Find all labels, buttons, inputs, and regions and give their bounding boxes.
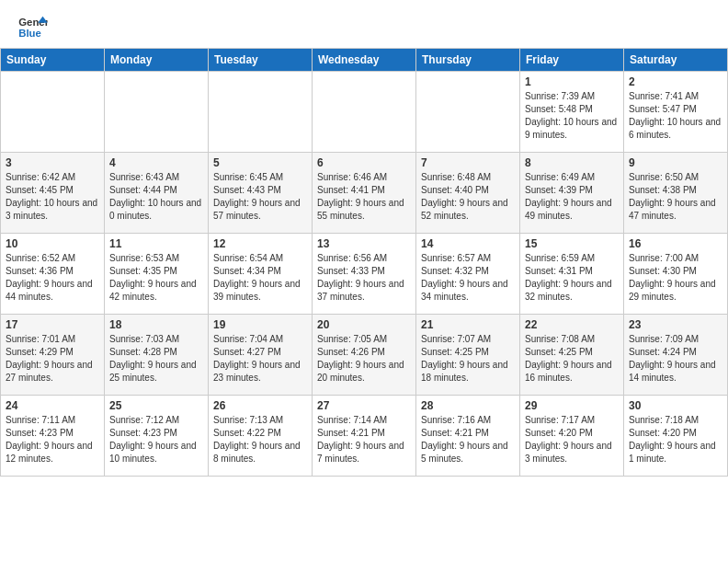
calendar-cell: 26Sunrise: 7:13 AM Sunset: 4:22 PM Dayli…	[209, 396, 313, 477]
day-info: Sunrise: 7:03 AM Sunset: 4:28 PM Dayligh…	[109, 333, 203, 385]
week-row-5: 24Sunrise: 7:11 AM Sunset: 4:23 PM Dayli…	[1, 396, 728, 477]
day-info: Sunrise: 6:48 AM Sunset: 4:40 PM Dayligh…	[421, 171, 515, 223]
page-header: General Blue	[0, 0, 728, 48]
calendar-cell: 19Sunrise: 7:04 AM Sunset: 4:27 PM Dayli…	[209, 315, 313, 396]
calendar-cell: 14Sunrise: 6:57 AM Sunset: 4:32 PM Dayli…	[416, 234, 520, 315]
day-number: 20	[317, 318, 411, 331]
day-info: Sunrise: 7:08 AM Sunset: 4:25 PM Dayligh…	[525, 333, 619, 385]
day-number: 6	[317, 156, 411, 169]
day-info: Sunrise: 7:12 AM Sunset: 4:23 PM Dayligh…	[109, 414, 203, 465]
weekday-header-monday: Monday	[105, 49, 209, 72]
calendar-cell	[416, 72, 520, 153]
weekday-header-thursday: Thursday	[416, 49, 520, 72]
calendar-cell: 3Sunrise: 6:42 AM Sunset: 4:45 PM Daylig…	[1, 153, 105, 234]
day-number: 16	[629, 237, 722, 250]
weekday-header-row: SundayMondayTuesdayWednesdayThursdayFrid…	[1, 49, 728, 72]
day-info: Sunrise: 7:18 AM Sunset: 4:20 PM Dayligh…	[629, 414, 722, 465]
calendar-cell: 17Sunrise: 7:01 AM Sunset: 4:29 PM Dayli…	[1, 315, 105, 396]
weekday-header-saturday: Saturday	[624, 49, 728, 72]
calendar-cell: 8Sunrise: 6:49 AM Sunset: 4:39 PM Daylig…	[520, 153, 624, 234]
day-number: 2	[629, 75, 722, 88]
weekday-header-friday: Friday	[520, 49, 624, 72]
calendar-cell	[105, 72, 209, 153]
calendar-cell: 10Sunrise: 6:52 AM Sunset: 4:36 PM Dayli…	[1, 234, 105, 315]
day-number: 29	[525, 399, 619, 412]
day-info: Sunrise: 6:57 AM Sunset: 4:32 PM Dayligh…	[421, 252, 515, 304]
calendar-cell: 11Sunrise: 6:53 AM Sunset: 4:35 PM Dayli…	[105, 234, 209, 315]
calendar-cell	[209, 72, 313, 153]
day-number: 19	[213, 318, 307, 331]
day-info: Sunrise: 7:17 AM Sunset: 4:20 PM Dayligh…	[525, 414, 619, 465]
day-info: Sunrise: 6:54 AM Sunset: 4:34 PM Dayligh…	[213, 252, 307, 304]
weekday-header-wednesday: Wednesday	[313, 49, 416, 72]
calendar-cell: 12Sunrise: 6:54 AM Sunset: 4:34 PM Dayli…	[209, 234, 313, 315]
day-info: Sunrise: 6:49 AM Sunset: 4:39 PM Dayligh…	[525, 171, 619, 223]
week-row-2: 3Sunrise: 6:42 AM Sunset: 4:45 PM Daylig…	[1, 153, 728, 234]
day-info: Sunrise: 6:45 AM Sunset: 4:43 PM Dayligh…	[213, 171, 307, 223]
day-info: Sunrise: 7:16 AM Sunset: 4:21 PM Dayligh…	[421, 414, 515, 465]
day-number: 30	[629, 399, 722, 412]
calendar-cell: 16Sunrise: 7:00 AM Sunset: 4:30 PM Dayli…	[624, 234, 728, 315]
day-info: Sunrise: 6:50 AM Sunset: 4:38 PM Dayligh…	[629, 171, 722, 223]
day-info: Sunrise: 7:01 AM Sunset: 4:29 PM Dayligh…	[6, 333, 99, 385]
day-number: 28	[421, 399, 515, 412]
day-number: 22	[525, 318, 619, 331]
day-info: Sunrise: 7:14 AM Sunset: 4:21 PM Dayligh…	[317, 414, 411, 465]
day-number: 17	[6, 318, 99, 331]
day-info: Sunrise: 6:43 AM Sunset: 4:44 PM Dayligh…	[109, 171, 203, 223]
day-number: 3	[6, 156, 99, 169]
day-number: 25	[109, 399, 203, 412]
day-number: 11	[109, 237, 203, 250]
calendar-cell: 2Sunrise: 7:41 AM Sunset: 5:47 PM Daylig…	[624, 72, 728, 153]
calendar-cell: 28Sunrise: 7:16 AM Sunset: 4:21 PM Dayli…	[416, 396, 520, 477]
day-number: 14	[421, 237, 515, 250]
day-number: 8	[525, 156, 619, 169]
calendar-cell: 24Sunrise: 7:11 AM Sunset: 4:23 PM Dayli…	[1, 396, 105, 477]
calendar-cell: 18Sunrise: 7:03 AM Sunset: 4:28 PM Dayli…	[105, 315, 209, 396]
day-info: Sunrise: 7:39 AM Sunset: 5:48 PM Dayligh…	[525, 90, 619, 142]
svg-text:Blue: Blue	[18, 28, 41, 39]
calendar-cell: 4Sunrise: 6:43 AM Sunset: 4:44 PM Daylig…	[105, 153, 209, 234]
day-number: 21	[421, 318, 515, 331]
logo-icon: General Blue	[18, 15, 48, 40]
calendar-cell: 30Sunrise: 7:18 AM Sunset: 4:20 PM Dayli…	[624, 396, 728, 477]
day-info: Sunrise: 7:41 AM Sunset: 5:47 PM Dayligh…	[629, 90, 722, 142]
day-number: 18	[109, 318, 203, 331]
day-info: Sunrise: 6:59 AM Sunset: 4:31 PM Dayligh…	[525, 252, 619, 304]
day-info: Sunrise: 6:46 AM Sunset: 4:41 PM Dayligh…	[317, 171, 411, 223]
day-info: Sunrise: 7:04 AM Sunset: 4:27 PM Dayligh…	[213, 333, 307, 385]
day-number: 26	[213, 399, 307, 412]
logo: General Blue	[18, 15, 48, 40]
day-number: 13	[317, 237, 411, 250]
day-number: 1	[525, 75, 619, 88]
day-number: 9	[629, 156, 722, 169]
calendar-cell: 9Sunrise: 6:50 AM Sunset: 4:38 PM Daylig…	[624, 153, 728, 234]
day-info: Sunrise: 6:56 AM Sunset: 4:33 PM Dayligh…	[317, 252, 411, 304]
day-info: Sunrise: 7:13 AM Sunset: 4:22 PM Dayligh…	[213, 414, 307, 465]
day-info: Sunrise: 6:52 AM Sunset: 4:36 PM Dayligh…	[6, 252, 99, 304]
calendar-cell: 20Sunrise: 7:05 AM Sunset: 4:26 PM Dayli…	[313, 315, 416, 396]
day-info: Sunrise: 7:00 AM Sunset: 4:30 PM Dayligh…	[629, 252, 722, 304]
calendar-cell: 1Sunrise: 7:39 AM Sunset: 5:48 PM Daylig…	[520, 72, 624, 153]
calendar-cell: 7Sunrise: 6:48 AM Sunset: 4:40 PM Daylig…	[416, 153, 520, 234]
day-number: 23	[629, 318, 722, 331]
calendar-cell: 6Sunrise: 6:46 AM Sunset: 4:41 PM Daylig…	[313, 153, 416, 234]
calendar-cell: 29Sunrise: 7:17 AM Sunset: 4:20 PM Dayli…	[520, 396, 624, 477]
calendar-table: SundayMondayTuesdayWednesdayThursdayFrid…	[0, 48, 728, 477]
day-info: Sunrise: 7:07 AM Sunset: 4:25 PM Dayligh…	[421, 333, 515, 385]
day-number: 10	[6, 237, 99, 250]
weekday-header-sunday: Sunday	[1, 49, 105, 72]
day-info: Sunrise: 6:53 AM Sunset: 4:35 PM Dayligh…	[109, 252, 203, 304]
calendar-cell: 23Sunrise: 7:09 AM Sunset: 4:24 PM Dayli…	[624, 315, 728, 396]
calendar-cell	[1, 72, 105, 153]
day-info: Sunrise: 7:11 AM Sunset: 4:23 PM Dayligh…	[6, 414, 99, 465]
week-row-4: 17Sunrise: 7:01 AM Sunset: 4:29 PM Dayli…	[1, 315, 728, 396]
week-row-3: 10Sunrise: 6:52 AM Sunset: 4:36 PM Dayli…	[1, 234, 728, 315]
calendar-cell: 15Sunrise: 6:59 AM Sunset: 4:31 PM Dayli…	[520, 234, 624, 315]
day-info: Sunrise: 7:05 AM Sunset: 4:26 PM Dayligh…	[317, 333, 411, 385]
calendar-cell: 22Sunrise: 7:08 AM Sunset: 4:25 PM Dayli…	[520, 315, 624, 396]
calendar-cell: 27Sunrise: 7:14 AM Sunset: 4:21 PM Dayli…	[313, 396, 416, 477]
day-number: 24	[6, 399, 99, 412]
calendar-cell: 13Sunrise: 6:56 AM Sunset: 4:33 PM Dayli…	[313, 234, 416, 315]
day-info: Sunrise: 6:42 AM Sunset: 4:45 PM Dayligh…	[6, 171, 99, 223]
